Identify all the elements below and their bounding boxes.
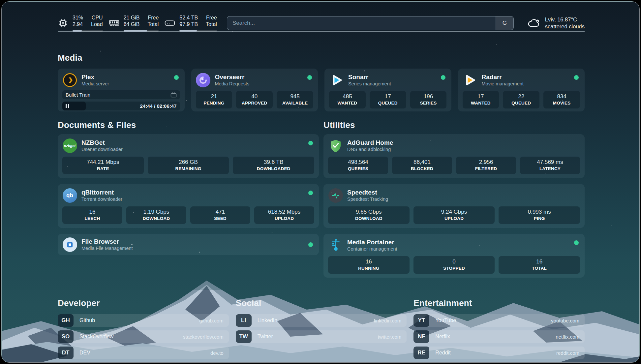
- stat-label: QUEUED: [371, 101, 405, 106]
- search-input[interactable]: [227, 16, 496, 30]
- bookmark-group-entertainment: Entertainment YT YouTube youtube.com NF …: [413, 298, 585, 363]
- disk-label-bottom: Total: [206, 21, 217, 28]
- stat-label: STOPPED: [414, 266, 494, 271]
- stat-box: 16 TOTAL: [499, 256, 580, 274]
- ram-progress-bar: [124, 30, 159, 32]
- weather-widget[interactable]: Lviv, 16.87°C scattered clouds: [527, 16, 585, 30]
- stat-box: 17 QUEUED: [370, 91, 406, 108]
- storage-metric: 52.4 TB 97.9 TB Free Total: [165, 15, 217, 32]
- app-card-portainer[interactable]: Media Portainer Container management 16 …: [323, 234, 585, 278]
- stat-value: 39.6 TB: [234, 159, 313, 166]
- dashboard-screen: 31% 2.94 CPU Load: [1, 1, 640, 363]
- disk-total-value: 97.9 TB: [179, 21, 198, 28]
- bookmark-twitter[interactable]: TW Twitter twitter.com: [236, 330, 407, 343]
- playback-progress-bar[interactable]: 24:44 / 02:06:47: [62, 102, 180, 110]
- utilities-column: Utilities AdGuard Home: [323, 120, 585, 278]
- plex-icon: [62, 73, 77, 87]
- bookmark-name: StackOverflow: [79, 334, 113, 340]
- app-description: Series management: [348, 81, 391, 87]
- bookmark-linkedin[interactable]: LI LinkedIn linkedin.com: [236, 314, 407, 327]
- app-name: Media Portainer: [347, 238, 397, 246]
- stat-label: WANTED: [330, 101, 365, 106]
- portainer-icon: [328, 238, 343, 253]
- stat-box: 0 STOPPED: [413, 256, 495, 274]
- bookmark-abbr: YT: [413, 314, 429, 327]
- stat-box: 16 RUNNING: [328, 256, 410, 274]
- section-title-utilities: Utilities: [323, 120, 585, 130]
- stat-label: RUNNING: [329, 266, 409, 271]
- bookmark-abbr: GH: [58, 314, 74, 327]
- stat-value: 16: [63, 208, 121, 215]
- bookmark-reddit[interactable]: RE Reddit reddit.com: [413, 347, 585, 359]
- stat-value: 485: [330, 93, 365, 100]
- stat-box: 2,956 FILTERED: [456, 157, 516, 174]
- app-description: Movie management: [482, 81, 524, 87]
- bookmark-name: Netflix: [435, 334, 450, 340]
- cloud-icon: [527, 18, 541, 28]
- bookmark-url: reddit.com: [556, 350, 579, 356]
- ram-icon: [109, 19, 119, 27]
- stat-label: RATE: [63, 166, 143, 171]
- stat-box: 266 GB REMAINING: [148, 157, 229, 174]
- stat-box: 834 MOVIES: [543, 91, 580, 108]
- stat-label: TOTAL: [500, 266, 579, 271]
- section-title-entertainment: Entertainment: [413, 298, 585, 308]
- app-card-adguard[interactable]: AdGuard Home DNS and adblocking 498,564 …: [323, 134, 585, 178]
- bookmark-abbr: NF: [413, 330, 429, 343]
- app-card-sonarr[interactable]: Sonarr Series management 485 WANTED 17 Q…: [324, 69, 451, 111]
- status-online-dot: [174, 75, 179, 80]
- search-engine-button[interactable]: G: [496, 16, 513, 30]
- bookmark-stackoverflow[interactable]: SO StackOverflow stackoverflow.com: [58, 330, 229, 343]
- app-name: Sonarr: [348, 73, 391, 81]
- stat-value: 47.569 ms: [521, 159, 579, 166]
- bookmark-name: Github: [79, 318, 95, 323]
- app-card-filebrowser[interactable]: File Browser Media File Management: [58, 234, 319, 255]
- bookmark-url: linkedin.com: [374, 318, 401, 323]
- stat-value: 196: [411, 93, 446, 100]
- stat-label: APPROVED: [237, 101, 272, 106]
- bookmark-name: LinkedIn: [258, 318, 278, 323]
- section-title-developer: Developer: [58, 298, 229, 308]
- documents-column: Documents & Files nzbget NZBGet Usenet d…: [58, 120, 319, 278]
- disk-progress-bar: [179, 30, 217, 32]
- section-title-media: Media: [58, 53, 585, 63]
- stat-value: 16: [500, 258, 579, 265]
- system-metrics: 31% 2.94 CPU Load: [58, 15, 217, 32]
- stat-label: UPLOAD: [255, 216, 313, 221]
- stat-label: REMAINING: [149, 166, 228, 171]
- stat-box: 16 LEECH: [62, 206, 122, 224]
- stat-value: 9.24 Gbps: [414, 208, 494, 215]
- stat-label: MOVIES: [544, 101, 579, 106]
- app-card-plex[interactable]: Plex Media server Bullet Train: [58, 69, 185, 111]
- app-description: DNS and adblocking: [347, 146, 393, 152]
- bookmark-github[interactable]: GH Github github.com: [58, 314, 229, 327]
- section-title-documents: Documents & Files: [58, 120, 319, 130]
- app-card-radarr[interactable]: Radarr Movie management 17 WANTED 22 QUE…: [458, 69, 585, 111]
- stat-label: WANTED: [464, 101, 498, 106]
- app-card-nzbget[interactable]: nzbget NZBGet Usenet downloader 744.21 M…: [58, 134, 319, 178]
- bookmark-dev[interactable]: DT DEV dev.to: [58, 347, 229, 359]
- search-bar: G: [227, 16, 514, 30]
- app-card-qbittorrent[interactable]: qb qBittorrent Torrent downloader 16 LEE…: [58, 184, 319, 228]
- cpu-progress-bar: [73, 30, 103, 32]
- ram-label-top: Free: [148, 15, 159, 21]
- radarr-icon: [463, 73, 477, 87]
- bookmark-name: Reddit: [435, 350, 450, 356]
- app-name: Radarr: [482, 73, 524, 81]
- status-online-dot: [308, 191, 313, 195]
- top-bar: 31% 2.94 CPU Load: [58, 2, 585, 35]
- now-playing-row: Bullet Train: [62, 90, 180, 99]
- stat-value: 9.65 Gbps: [329, 208, 409, 215]
- bookmark-youtube[interactable]: YT YouTube youtube.com: [413, 314, 585, 327]
- bookmark-url: twitter.com: [378, 334, 402, 340]
- filebrowser-icon: [62, 237, 77, 252]
- bookmark-netflix[interactable]: NF Netflix netflix.com: [413, 330, 585, 343]
- disk-free-value: 52.4 TB: [179, 15, 198, 21]
- stat-label: UPLOAD: [414, 216, 494, 221]
- app-card-overseerr[interactable]: Overseerr Media Requests 21 PENDING 40 A…: [191, 69, 318, 111]
- stat-value: 17: [371, 93, 405, 100]
- app-card-speedtest[interactable]: Speedtest Speedtest Tracking 9.65 Gbps D…: [323, 184, 585, 228]
- stat-value: 86,401: [393, 159, 451, 166]
- stat-label: QUERIES: [329, 166, 387, 171]
- stat-value: 16: [329, 258, 409, 265]
